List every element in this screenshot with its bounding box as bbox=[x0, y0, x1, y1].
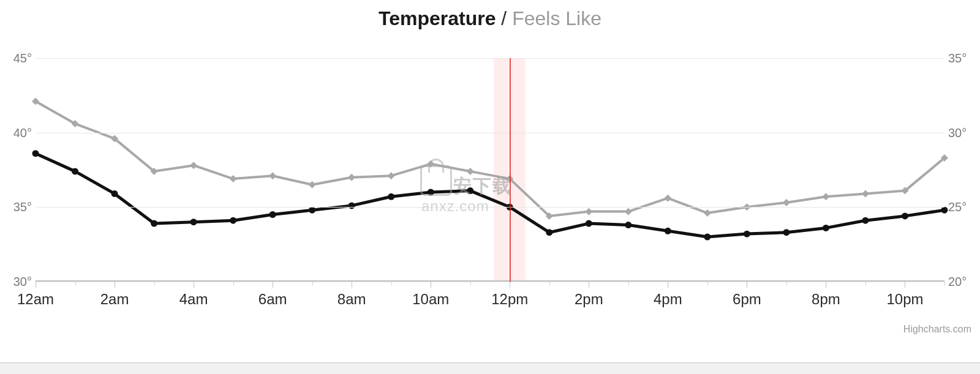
gridline bbox=[36, 133, 944, 133]
x-axis-label: 2am bbox=[100, 291, 129, 308]
scrollbar[interactable] bbox=[0, 362, 980, 374]
feels-like-point[interactable] bbox=[388, 172, 395, 179]
x-tick-major bbox=[36, 282, 36, 288]
now-line bbox=[510, 58, 511, 282]
series-svg bbox=[36, 58, 944, 282]
y-left-label: 30° bbox=[5, 275, 32, 289]
x-tick-minor bbox=[707, 282, 708, 285]
x-tick-major bbox=[194, 282, 194, 288]
y-right-label: 35° bbox=[948, 51, 975, 65]
x-axis-label: 2pm bbox=[575, 291, 603, 308]
title-feels-like: Feels Like bbox=[512, 7, 601, 29]
temperature-point[interactable] bbox=[744, 231, 750, 237]
gridline bbox=[36, 207, 944, 208]
feels-like-point[interactable] bbox=[625, 208, 632, 215]
temperature-point[interactable] bbox=[388, 193, 394, 200]
temperature-point[interactable] bbox=[625, 222, 631, 228]
x-axis-label: 4pm bbox=[654, 291, 682, 308]
x-tick-minor bbox=[944, 282, 945, 285]
x-tick-major bbox=[431, 282, 431, 288]
temperature-point[interactable] bbox=[783, 229, 790, 236]
x-tick-minor bbox=[470, 282, 471, 285]
y-left-label: 45° bbox=[5, 51, 32, 65]
temperature-point[interactable] bbox=[270, 211, 276, 218]
temperature-point[interactable] bbox=[151, 220, 157, 227]
chart-title: Temperature / Feels Like bbox=[379, 7, 601, 30]
x-tick-major bbox=[826, 282, 826, 288]
temperature-point[interactable] bbox=[32, 150, 39, 157]
x-axis-label: 8am bbox=[337, 291, 366, 308]
x-axis-label: 10am bbox=[412, 291, 449, 308]
temperature-point[interactable] bbox=[546, 229, 552, 236]
feels-like-point[interactable] bbox=[822, 193, 829, 200]
feels-like-point[interactable] bbox=[269, 172, 276, 179]
x-tick-minor bbox=[391, 282, 392, 285]
gridline bbox=[36, 58, 944, 59]
y-right-label: 30° bbox=[948, 125, 975, 140]
feels-like-point[interactable] bbox=[585, 208, 592, 215]
x-tick-minor bbox=[628, 282, 629, 285]
x-tick-major bbox=[905, 282, 905, 288]
y-left-label: 40° bbox=[5, 125, 32, 140]
x-tick-major bbox=[352, 282, 352, 288]
temperature-point[interactable] bbox=[704, 234, 710, 241]
x-tick-major bbox=[589, 282, 589, 288]
x-tick-major bbox=[747, 282, 747, 288]
x-tick-minor bbox=[75, 282, 76, 285]
temperature-point[interactable] bbox=[586, 220, 592, 227]
y-right-label: 25° bbox=[948, 200, 975, 214]
credit-link[interactable]: Highcharts.com bbox=[903, 324, 971, 335]
x-tick-minor bbox=[233, 282, 234, 285]
feels-like-point[interactable] bbox=[783, 199, 790, 206]
x-tick-major bbox=[510, 282, 510, 288]
temperature-point[interactable] bbox=[428, 189, 434, 196]
y-right-label: 20° bbox=[948, 275, 975, 289]
title-temperature: Temperature bbox=[379, 7, 496, 29]
y-left-label: 35° bbox=[5, 200, 32, 214]
temperature-point[interactable] bbox=[862, 217, 869, 224]
x-axis-label: 10pm bbox=[886, 291, 923, 308]
x-tick-major bbox=[115, 282, 115, 288]
x-axis-label: 12pm bbox=[491, 291, 528, 308]
x-tick-major bbox=[273, 282, 273, 288]
temperature-point[interactable] bbox=[349, 202, 355, 209]
temperature-point[interactable] bbox=[941, 207, 948, 214]
temperature-point[interactable] bbox=[230, 217, 236, 224]
temperature-point[interactable] bbox=[72, 168, 78, 174]
feels-like-point[interactable] bbox=[309, 181, 316, 189]
temperature-point[interactable] bbox=[111, 190, 118, 197]
temperature-point[interactable] bbox=[309, 207, 315, 214]
x-axis-label: 6pm bbox=[733, 291, 761, 308]
feels-like-point[interactable] bbox=[348, 174, 355, 181]
x-tick-minor bbox=[312, 282, 313, 285]
title-slash: / bbox=[496, 7, 512, 29]
x-axis-label: 6am bbox=[258, 291, 287, 308]
gridline bbox=[36, 282, 944, 282]
x-tick-minor bbox=[865, 282, 866, 285]
feels-like-point[interactable] bbox=[704, 209, 711, 217]
x-axis-label: 12am bbox=[17, 291, 54, 308]
feels-like-point[interactable] bbox=[467, 168, 474, 175]
x-tick-major bbox=[668, 282, 668, 288]
temperature-point[interactable] bbox=[665, 228, 671, 234]
feels-like-point[interactable] bbox=[190, 162, 197, 169]
x-axis-label: 8pm bbox=[812, 291, 840, 308]
feels-like-point[interactable] bbox=[664, 195, 671, 202]
temperature-point[interactable] bbox=[190, 219, 197, 225]
x-tick-minor bbox=[786, 282, 787, 285]
feels-like-point[interactable] bbox=[230, 175, 237, 182]
plot-area[interactable]: 12am2am4am6am8am10am12pm2pm4pm6pm8pm10pm bbox=[36, 58, 944, 282]
temperature-point[interactable] bbox=[823, 225, 829, 231]
x-axis-label: 4am bbox=[179, 291, 208, 308]
x-tick-minor bbox=[154, 282, 155, 285]
chart-container: Temperature / Feels Like 12am2am4am6am8a… bbox=[0, 0, 980, 374]
x-tick-minor bbox=[549, 282, 550, 285]
series-temperature bbox=[36, 154, 944, 237]
temperature-point[interactable] bbox=[467, 187, 473, 194]
feels-like-point[interactable] bbox=[862, 190, 869, 197]
feels-like-point[interactable] bbox=[427, 160, 434, 168]
temperature-point[interactable] bbox=[902, 212, 908, 219]
